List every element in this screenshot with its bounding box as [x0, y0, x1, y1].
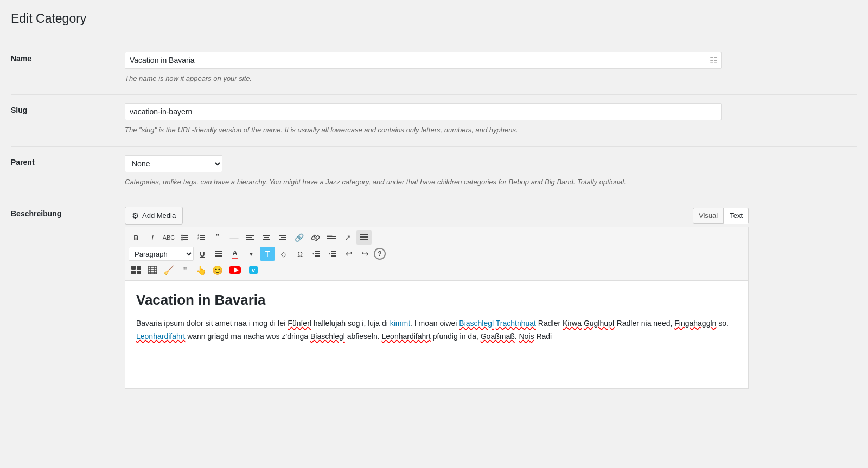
name-row: Name ☷ The name is how it appears on you… [11, 43, 857, 95]
editor-paragraph: Bavaria ipsum dolor sit amet naa i mog d… [136, 317, 737, 343]
svg-rect-12 [246, 235, 254, 236]
slug-description: The "slug" is the URL-friendly version o… [125, 125, 722, 136]
name-input[interactable] [125, 52, 722, 69]
beschreibung-label: Beschreibung [11, 198, 119, 400]
paragraph-select[interactable]: Paragraph Heading 1 Heading 2 Heading 3 … [129, 247, 194, 261]
clear-formatting-button[interactable]: ◇ [276, 247, 291, 261]
svg-rect-7 [200, 237, 205, 238]
fullscreen-button[interactable]: ⤢ [340, 230, 355, 245]
align-left-button[interactable] [242, 230, 258, 245]
paste-as-text-button[interactable]: T [260, 247, 275, 261]
beschreibung-row: Beschreibung ⚙ Add Media Visual Text [11, 198, 857, 400]
insert-read-more-button[interactable]: —– [324, 230, 339, 245]
parent-label: Parent [11, 146, 119, 198]
name-description: The name is how it appears on your site. [125, 73, 722, 84]
svg-point-5 [181, 239, 183, 241]
parent-description: Categories, unlike tags, can have a hier… [125, 177, 722, 188]
italic-button[interactable]: I [145, 230, 160, 245]
slug-input-wrap [125, 103, 722, 120]
editor-heading: Vacation in Bavaria [136, 292, 737, 309]
link-trachtnhuat[interactable]: Trachtnhuat [496, 319, 536, 328]
svg-point-4 [181, 237, 183, 239]
undo-button[interactable]: ↩ [341, 247, 356, 261]
indent-button[interactable] [325, 247, 340, 261]
redo-button[interactable]: ↪ [358, 247, 373, 261]
blockquote-button[interactable]: " [210, 230, 225, 245]
svg-marker-38 [329, 253, 330, 255]
align-right-button[interactable] [275, 230, 290, 245]
table-button[interactable] [145, 263, 160, 277]
svg-marker-34 [312, 253, 314, 255]
svg-rect-37 [331, 255, 336, 257]
slug-label: Slug [11, 95, 119, 147]
name-input-wrap: ☷ [125, 52, 722, 69]
svg-rect-23 [327, 238, 336, 239]
horizontal-rule-button[interactable]: — [226, 230, 241, 245]
svg-rect-13 [246, 237, 252, 238]
svg-rect-8 [200, 239, 205, 240]
svg-rect-32 [315, 253, 320, 254]
text-color-button[interactable]: A [227, 247, 242, 261]
insert-link-button[interactable]: 🔗 [291, 230, 307, 245]
special-char-button[interactable]: Ω [292, 247, 308, 261]
svg-rect-17 [263, 239, 270, 240]
svg-rect-0 [183, 235, 188, 236]
name-label: Name [11, 43, 119, 95]
svg-point-3 [181, 235, 183, 236]
svg-rect-6 [200, 235, 205, 236]
bold-button[interactable]: B [129, 230, 144, 245]
shortcode-button[interactable]: 👆 [194, 263, 209, 277]
svg-rect-39 [131, 266, 136, 270]
svg-text:3: 3 [197, 238, 199, 241]
remove-link-button[interactable] [308, 230, 323, 245]
svg-rect-16 [264, 237, 269, 238]
youtube-button[interactable] [226, 263, 244, 277]
help-button[interactable]: ? [374, 248, 386, 260]
strikethrough-button[interactable]: ABC [161, 230, 176, 245]
slug-cell: The "slug" is the URL-friendly version o… [119, 95, 857, 147]
toolbar: B I ABC 123 " — [125, 227, 749, 280]
text-color-picker-button[interactable]: ▼ [244, 247, 259, 261]
form-table: Name ☷ The name is how it appears on you… [11, 43, 857, 400]
svg-rect-2 [183, 239, 188, 240]
align-center-button[interactable] [259, 230, 274, 245]
svg-rect-28 [215, 251, 222, 252]
vimeo-button[interactable]: v [245, 263, 262, 277]
ironing-button[interactable]: 🧹 [161, 263, 176, 277]
parent-select[interactable]: None [125, 155, 222, 172]
add-media-button[interactable]: ⚙ Add Media [125, 207, 183, 225]
gallery-button[interactable] [129, 263, 144, 277]
svg-rect-33 [315, 255, 320, 257]
underline-button[interactable]: U [195, 247, 210, 261]
svg-rect-35 [331, 251, 336, 252]
svg-rect-20 [279, 239, 286, 240]
svg-text:—–: —– [327, 234, 333, 237]
add-media-gear-icon: ⚙ [132, 210, 139, 221]
link-biaschlegl[interactable]: Biaschlegl [459, 319, 494, 328]
tab-text[interactable]: Text [724, 208, 749, 224]
editor-header: ⚙ Add Media Visual Text [125, 207, 749, 225]
pullquote-button[interactable]: " [177, 263, 193, 277]
svg-rect-29 [215, 253, 222, 254]
link-kimmt[interactable]: kimmt [390, 319, 410, 328]
toolbar-row-1: B I ABC 123 " — [129, 229, 745, 246]
bullet-list-button[interactable] [177, 230, 193, 245]
parent-cell: None Categories, unlike tags, can have a… [119, 146, 857, 198]
tab-visual[interactable]: Visual [693, 208, 724, 224]
numbered-list-button[interactable]: 123 [194, 230, 209, 245]
editor-wrap: ⚙ Add Media Visual Text B I AB [125, 207, 749, 389]
justify-button[interactable] [211, 247, 226, 261]
svg-rect-27 [360, 239, 368, 240]
slug-input[interactable] [125, 103, 722, 120]
view-tabs: Visual Text [693, 208, 749, 224]
name-cell: ☷ The name is how it appears on your sit… [119, 43, 857, 95]
link-leonhardifahrt[interactable]: Leonhardifahrt [136, 332, 185, 341]
emoticon-button[interactable]: 😊 [210, 263, 225, 277]
svg-rect-36 [331, 253, 336, 254]
svg-rect-31 [315, 251, 320, 252]
editor-area[interactable]: Vacation in Bavaria Bavaria ipsum dolor … [125, 280, 749, 389]
svg-rect-1 [183, 237, 188, 238]
outdent-button[interactable] [309, 247, 324, 261]
show-kitchen-sink-button[interactable] [356, 230, 372, 245]
svg-rect-15 [263, 235, 270, 236]
